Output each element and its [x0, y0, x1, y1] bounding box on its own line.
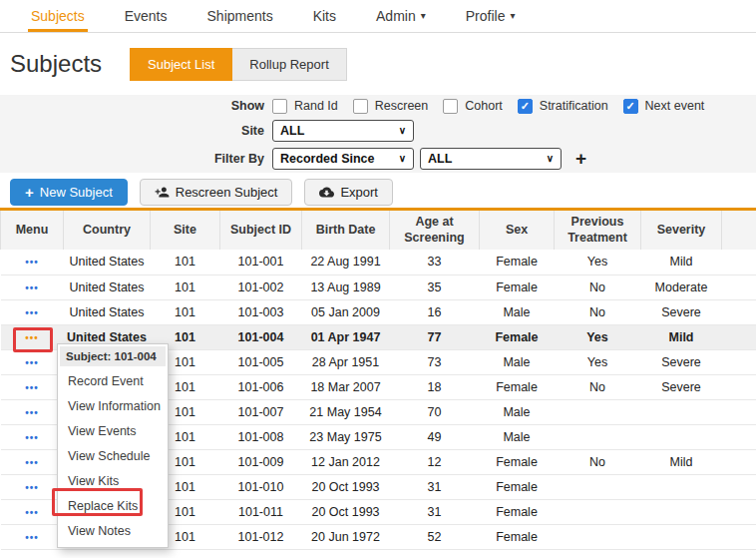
actions-toolbar: + New Subject Rescreen Subject Export — [10, 179, 756, 206]
new-subject-label: New Subject — [40, 185, 113, 200]
cell-sex: Male — [480, 299, 555, 324]
cell-empty — [722, 250, 756, 275]
show-checkbox-item[interactable]: ✓ Stratification — [518, 99, 608, 114]
chevron-down-icon: ∨ — [399, 125, 406, 136]
context-menu-item[interactable]: View Notes — [58, 518, 168, 543]
context-menu-item[interactable]: View Schedule — [58, 443, 168, 468]
add-filter-icon[interactable]: + — [575, 149, 586, 168]
cell-previous-treatment — [555, 424, 641, 449]
page-title: Subjects — [10, 50, 102, 78]
context-menu-item[interactable]: View Kits — [58, 468, 168, 493]
context-menu-item-label: View Kits — [68, 474, 119, 488]
cell-severity: Mild — [641, 449, 722, 474]
site-select[interactable]: ALL ∨ — [272, 120, 414, 142]
column-header[interactable]: Menu — [1, 211, 64, 250]
show-checkbox-item[interactable]: ✓ Cohort — [443, 99, 503, 114]
cell-severity — [641, 499, 722, 524]
context-menu-item[interactable]: Record Event — [58, 368, 168, 393]
column-header[interactable]: Country — [64, 211, 151, 250]
row-menu-icon[interactable]: ••• — [25, 282, 39, 293]
checkbox-label: Cohort — [465, 99, 503, 113]
filter-panel: Show ✓ Rand Id ✓ Rescreen — [0, 95, 756, 173]
row-menu-icon[interactable]: ••• — [25, 482, 39, 493]
view-tab[interactable]: Rollup Report — [232, 48, 347, 81]
view-tab[interactable]: Subject List — [130, 48, 232, 81]
column-header[interactable]: Site — [151, 211, 220, 250]
row-menu-icon[interactable]: ••• — [25, 357, 39, 368]
cell-previous-treatment — [555, 399, 641, 424]
column-header[interactable]: Previous Treatment — [555, 211, 641, 250]
cell-subject-id: 101-006 — [220, 374, 302, 399]
nav-item[interactable]: Kits — [310, 0, 339, 32]
cell-subject-id: 101-001 — [220, 250, 302, 275]
checkbox[interactable]: ✓ — [443, 99, 458, 114]
filter-value-select[interactable]: ALL ∨ — [420, 148, 562, 170]
cell-birth-date: 01 Apr 1947 — [302, 324, 390, 349]
show-checkbox-item[interactable]: ✓ Next event — [623, 99, 705, 114]
nav-item[interactable]: Admin ▾ — [373, 0, 429, 32]
cell-birth-date: 22 Aug 1991 — [302, 250, 390, 275]
row-menu-icon[interactable]: ••• — [25, 257, 39, 268]
nav-item[interactable]: Shipments — [204, 0, 276, 32]
context-menu-item[interactable]: Replace Kits — [58, 493, 168, 518]
filter-by-row: Filter By Recorded Since ∨ ALL ∨ + — [0, 148, 756, 170]
column-header-label: Sex — [506, 223, 528, 237]
column-header[interactable]: Subject ID — [220, 211, 302, 250]
show-checkbox-item[interactable]: ✓ Rescreen — [353, 99, 429, 114]
cell-menu: ••• — [1, 524, 64, 549]
nav-item[interactable]: Events — [122, 0, 171, 32]
cell-previous-treatment: Yes — [555, 349, 641, 374]
row-menu-icon[interactable]: ••• — [25, 532, 39, 543]
column-header[interactable]: Sex — [480, 211, 555, 250]
checkbox[interactable]: ✓ — [623, 99, 638, 114]
row-menu-icon[interactable]: ••• — [25, 382, 39, 393]
checkbox[interactable]: ✓ — [272, 99, 287, 114]
row-menu-icon[interactable]: ••• — [25, 332, 39, 343]
nav-item-label: Kits — [313, 8, 336, 24]
column-header[interactable] — [722, 211, 756, 250]
filter-by-label: Filter By — [0, 152, 264, 166]
context-menu-item[interactable]: View Information — [58, 393, 168, 418]
row-menu-icon[interactable]: ••• — [25, 307, 39, 318]
column-header[interactable]: Age at Screening — [390, 211, 480, 250]
cell-age: 31 — [390, 474, 480, 499]
nav-item-label: Admin — [376, 8, 416, 24]
show-checkbox-item[interactable]: ✓ Rand Id — [272, 99, 338, 114]
cell-birth-date: 13 Aug 1989 — [302, 275, 390, 299]
nav-item[interactable]: Profile ▾ — [463, 0, 519, 32]
nav-item[interactable]: Subjects — [28, 0, 88, 32]
context-menu-item[interactable]: View Events — [58, 418, 168, 443]
table-row: ••• United States 101 101-002 13 Aug 198… — [1, 275, 756, 299]
checkbox[interactable]: ✓ — [353, 99, 368, 114]
rescreen-subject-button[interactable]: Rescreen Subject — [140, 179, 293, 206]
row-menu-icon[interactable]: ••• — [25, 432, 39, 443]
column-header[interactable]: Birth Date — [302, 211, 390, 250]
context-menu-header: Subject: 101-004 — [60, 346, 166, 366]
cell-previous-treatment: Yes — [555, 250, 641, 275]
row-menu-icon[interactable]: ••• — [25, 407, 39, 418]
column-header[interactable]: Severity — [641, 211, 722, 250]
row-menu-icon[interactable]: ••• — [25, 507, 39, 518]
cell-age: 70 — [390, 399, 480, 424]
cell-site: 101 — [151, 250, 220, 275]
cell-birth-date: 28 Apr 1951 — [302, 349, 390, 374]
cell-previous-treatment: Yes — [555, 324, 641, 349]
context-menu-item-label: Record Event — [68, 374, 144, 388]
cell-subject-id: 101-005 — [220, 349, 302, 374]
filter-by-select[interactable]: Recorded Since ∨ — [272, 148, 414, 170]
nav-item-label: Subjects — [31, 8, 85, 24]
filter-value-select-value: ALL — [428, 152, 452, 166]
context-menu-item-label: View Information — [68, 399, 161, 413]
cell-sex: Female — [480, 324, 555, 349]
context-menu-items: Record Event View Information View Event… — [58, 368, 168, 543]
cell-subject-id: 101-010 — [220, 474, 302, 499]
cell-birth-date: 05 Jan 2009 — [302, 299, 390, 324]
row-menu-icon[interactable]: ••• — [25, 457, 39, 468]
export-button[interactable]: Export — [304, 179, 393, 206]
new-subject-button[interactable]: + New Subject — [10, 179, 128, 206]
show-checkbox-group: ✓ Rand Id ✓ Rescreen ✓ Cohort — [272, 99, 704, 114]
checkbox[interactable]: ✓ — [518, 99, 533, 114]
cell-age: 35 — [390, 275, 480, 299]
cell-previous-treatment: No — [555, 299, 641, 324]
cell-sex: Female — [480, 250, 555, 275]
